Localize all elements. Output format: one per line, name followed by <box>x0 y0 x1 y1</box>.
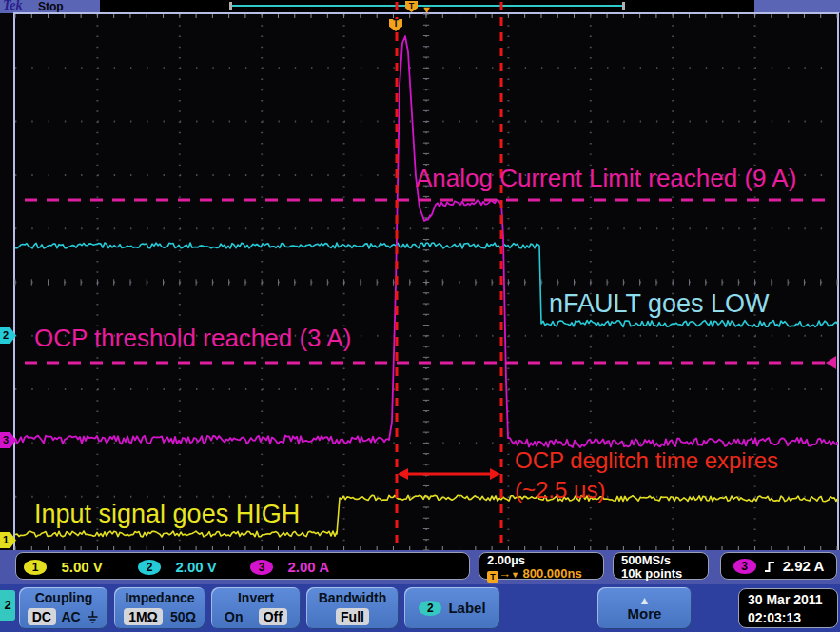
invert-title: Invert <box>211 587 301 606</box>
trigger-level-value: 2.92 A <box>783 558 825 575</box>
record-window-left-bracket-icon <box>229 2 232 10</box>
bandwidth-title: Bandwidth <box>306 587 399 606</box>
rising-edge-icon <box>763 560 776 573</box>
trigger-readout: 3 2.92 A <box>720 552 837 580</box>
top-status-bar: Tek Stop <box>0 0 840 13</box>
ch2-badge: 2 <box>138 560 161 575</box>
arrow-right-icon: → <box>498 566 511 581</box>
sample-rate: 500MS/s <box>614 553 708 567</box>
ch1-scale: 5.00 V <box>61 559 102 575</box>
trigger-delay-t-icon: T <box>487 571 498 583</box>
annotation-ocp-threshold: OCP threshold reached (3 A) <box>34 324 351 353</box>
annotation-nfault-goes-low: nFAULT goes LOW <box>549 289 770 319</box>
ch3-readout: 3 2.00 A <box>250 558 329 575</box>
softkey-menu-bar: 2 Coupling DC AC Impedance 1MΩ 50Ω Inver… <box>0 584 840 632</box>
label-button-text: Label <box>448 600 485 617</box>
channel2-menu-tab[interactable]: 2 <box>0 590 15 621</box>
coupling-title: Coupling <box>19 587 108 606</box>
record-window-right-bracket-icon <box>622 2 625 10</box>
coupling-button[interactable]: Coupling DC AC <box>19 587 108 629</box>
invert-on-option[interactable]: On <box>225 608 243 625</box>
impedance-1mohm-option[interactable]: 1MΩ <box>124 608 163 625</box>
more-button-text: More <box>628 606 662 622</box>
annotation-analog-current-limit: Analog Current Limit reached (9 A) <box>416 164 796 193</box>
annotation-deglitch-line1: OCP deglitch time expires <box>515 447 778 473</box>
label-button[interactable]: 2 Label <box>404 587 500 629</box>
acquisition-readout: 500MS/s 10k points <box>613 552 709 580</box>
expansion-point-arrow-icon: ▼ <box>421 5 432 15</box>
ground-coupling-icon[interactable] <box>86 609 100 624</box>
tek-logo: Tek <box>3 0 22 13</box>
arrow-down-icon: ▼ <box>511 570 519 580</box>
coupling-ac-option[interactable]: AC <box>61 608 80 625</box>
acquisition-status: Stop <box>38 0 64 13</box>
invert-off-option[interactable]: Off <box>259 608 287 625</box>
bandwidth-full-option[interactable]: Full <box>336 608 369 625</box>
annotation-input-signal-high: Input signal goes HIGH <box>34 500 300 529</box>
more-up-arrow-icon: ▲ <box>639 596 651 605</box>
annotation-deglitch-line2: (~2.5 us) <box>515 477 605 503</box>
more-button[interactable]: ▲ More <box>597 587 692 629</box>
date-value: 30 Mar 2011 <box>748 592 823 607</box>
oscilloscope-screen: Tek Stop T ▼ T Analog Current Limit reac… <box>0 0 840 632</box>
bandwidth-button[interactable]: Bandwidth Full <box>306 587 399 629</box>
ch2-readout: 2 2.00 V <box>138 558 217 575</box>
time-value: 02:03:13 <box>748 610 801 625</box>
record-length: 10k points <box>614 567 708 581</box>
ch3-scale: 2.00 A <box>287 559 329 575</box>
impedance-button[interactable]: Impedance 1MΩ 50Ω <box>114 587 205 629</box>
ch1-readout: 1 5.00 V <box>24 558 103 575</box>
ch3-badge: 3 <box>250 560 273 575</box>
timebase-readout: 2.00µs T→▼ 800.000ns <box>479 552 604 580</box>
trigger-delay-value: 800.000ns <box>523 566 582 581</box>
channel-scale-readouts: 1 5.00 V 2 2.00 V 3 2.00 A <box>15 552 470 580</box>
datetime-display: 30 Mar 2011 02:03:13 <box>738 588 838 628</box>
invert-button[interactable]: Invert On Off <box>211 587 301 629</box>
ch1-badge: 1 <box>24 560 47 575</box>
timebase-value: 2.00µs <box>479 553 603 567</box>
impedance-50ohm-option[interactable]: 50Ω <box>170 608 196 625</box>
ch2-scale: 2.00 V <box>175 559 216 575</box>
readout-bar: 1 5.00 V 2 2.00 V 3 2.00 A 2.00µs T→▼ 80… <box>0 550 840 584</box>
impedance-title: Impedance <box>114 587 205 606</box>
coupling-dc-option[interactable]: DC <box>28 608 56 625</box>
trigger-source-badge: 3 <box>733 559 756 574</box>
label-channel-badge: 2 <box>419 601 441 616</box>
annotation-ocp-deglitch-time: OCP deglitch time expires (~2.5 us) <box>515 445 781 504</box>
trigger-delay-row: T→▼ 800.000ns <box>479 567 603 583</box>
